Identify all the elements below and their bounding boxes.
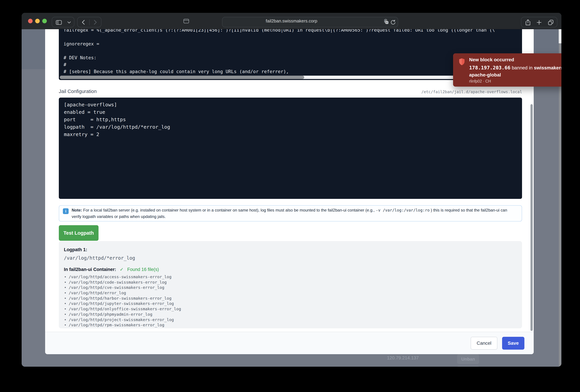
list-item: •/var/log/httpd/rpm-swissmakers-error_lo… (65, 322, 519, 328)
share-icon[interactable] (525, 19, 531, 26)
editor-hscrollbar-track (60, 76, 521, 79)
browser-window: 120.79.214.137 Unban failregex = %(_apac… (22, 13, 562, 367)
list-item: •/var/log/httpd/jupyter-swissmakers-erro… (65, 301, 519, 306)
new-block-toast[interactable]: New block occurred 178.197.203.66 banned… (453, 53, 562, 87)
info-icon: i (63, 208, 69, 214)
bullet-icon: • (65, 291, 66, 295)
navigation-controls (77, 17, 101, 27)
filter-config-editor[interactable]: failregex = %(_apache_error_client)s (?:… (59, 29, 522, 80)
list-item: •/var/log/httpd/phpmyadmin-error_log (65, 312, 519, 317)
note-text: Note: For a local fail2ban server (e.g. … (72, 207, 518, 220)
background-unban-button: Unban (457, 354, 479, 364)
jail-config-editor[interactable]: [apache-overflows] enabled = true port =… (59, 98, 522, 199)
bullet-icon: • (65, 301, 66, 306)
editor-hscrollbar-thumb[interactable] (60, 76, 304, 79)
close-window-button[interactable] (28, 19, 33, 23)
sidebar-controls (52, 17, 74, 27)
banned-ip: 178.197.203.66 (469, 65, 510, 71)
test-logpath-button[interactable]: Test Logpath (59, 225, 99, 241)
divider (89, 20, 90, 25)
page-scrollbar-thumb[interactable] (559, 43, 561, 367)
list-item: •/var/log/httpd/harbor-swissmakers-error… (65, 295, 519, 301)
toast-title: New block occurred (469, 57, 514, 62)
bullet-icon: • (65, 275, 66, 279)
list-item: •/var/log/httpd/access-swissmakers-error… (65, 274, 519, 280)
found-count: Found 16 file(s) (127, 267, 159, 272)
list-item: •/var/log/httpd/cve-swissmakers-error_lo… (65, 285, 519, 290)
container-result-row: In fail2ban-ui Container: ✓ Found 16 fil… (64, 267, 159, 272)
modal-scrollbar-thumb[interactable] (531, 104, 533, 331)
note-box: i Note: For a local fail2ban server (e.g… (59, 205, 522, 221)
toolbar-actions (521, 17, 557, 27)
file-list: •/var/log/httpd/access-swissmakers-error… (65, 274, 519, 328)
forward-button-icon[interactable] (94, 20, 97, 25)
save-button[interactable]: Save (502, 337, 524, 350)
reload-icon[interactable] (390, 20, 396, 25)
jail-config-file-path: /etc/fail2ban/jail.d/apache-overflows.lo… (422, 90, 522, 94)
background-banned-ip: 120.79.214.137 (387, 355, 419, 361)
cancel-button[interactable]: Cancel (471, 337, 497, 350)
bullet-icon: • (65, 285, 66, 290)
screen: 120.79.214.137 Unban failregex = %(_apac… (0, 0, 580, 392)
translate-icon[interactable]: Ax (384, 19, 387, 23)
bullet-icon: • (65, 312, 66, 316)
logpath-label: Logpath 1: (64, 247, 87, 252)
bullet-icon: • (65, 317, 66, 322)
list-item: •/var/log/httpd/onlyoffice-swissmakers-e… (65, 306, 519, 312)
page-scrollbar-track (559, 29, 562, 43)
list-item: •/var/log/httpd/teamspeak-swissmakers-er… (65, 328, 519, 328)
logpath-value: /var/log/httpd/*error_log (64, 255, 135, 261)
note-body-1: For a local fail2ban server (e.g. instal… (82, 208, 376, 212)
bullet-icon: • (65, 328, 66, 328)
bullet-icon: • (65, 306, 66, 311)
bullet-icon: • (65, 296, 66, 300)
list-item: •/var/log/httpd/error_log (65, 290, 519, 295)
modal-footer: Cancel Save (45, 332, 534, 354)
note-label: Note: (72, 208, 82, 212)
bullet-icon: • (65, 280, 66, 285)
toast-message: 178.197.203.66 banned in swissmakers-apa… (469, 64, 562, 79)
logpath-results-panel: Logpath 1: /var/log/httpd/*error_log In … (59, 241, 522, 328)
note-code: -v /var/log:/var/log:ro (376, 208, 430, 212)
sidebar-toggle-icon[interactable] (56, 20, 62, 25)
minimize-window-button[interactable] (35, 19, 40, 23)
new-tab-icon[interactable] (536, 20, 542, 25)
url-text[interactable]: fail2ban.swissmakers.corp (266, 18, 317, 24)
container-label: In fail2ban-ui Container: (64, 267, 116, 272)
jail-config-text[interactable]: [apache-overflows] enabled = true port =… (59, 98, 522, 141)
sidebar-chevron-down-icon[interactable] (67, 21, 71, 24)
filter-config-text[interactable]: failregex = %(_apache_error_client)s (?:… (59, 29, 522, 75)
tab-overview-icon[interactable] (548, 19, 554, 25)
shield-icon (459, 58, 465, 66)
page-settings-icon[interactable] (183, 18, 189, 24)
zoom-window-button[interactable] (42, 19, 47, 23)
jail-configuration-title: Jail Configuration (59, 89, 97, 94)
list-item: •/var/log/httpd/project-swissmakers-erro… (65, 317, 519, 322)
list-item: •/var/log/httpd/code-swissmakers-error_l… (65, 280, 519, 285)
back-button-icon[interactable] (82, 20, 85, 25)
background-unban-button-partial (457, 366, 479, 367)
browser-chrome: Ax fail2ban.swissmakers.corp (22, 13, 562, 29)
check-icon: ✓ (120, 267, 124, 272)
bullet-icon: • (65, 323, 66, 327)
toast-meta: rlinfp02 · CH (469, 79, 491, 84)
